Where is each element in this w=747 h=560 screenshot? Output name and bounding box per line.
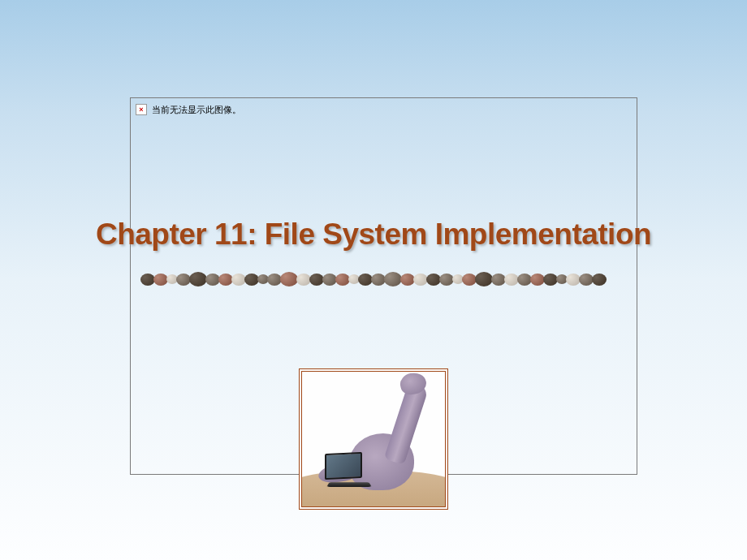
broken-image-icon: × (136, 104, 147, 115)
decorative-pebble-divider (106, 268, 641, 291)
slide-title: Chapter 11: File System Implementation (0, 218, 747, 252)
dinosaur-image-frame (299, 368, 448, 510)
dinosaur-illustration (302, 372, 445, 506)
broken-image-bar: × 当前无法显示此图像。 (134, 101, 633, 118)
broken-image-label: 当前无法显示此图像。 (152, 104, 241, 116)
